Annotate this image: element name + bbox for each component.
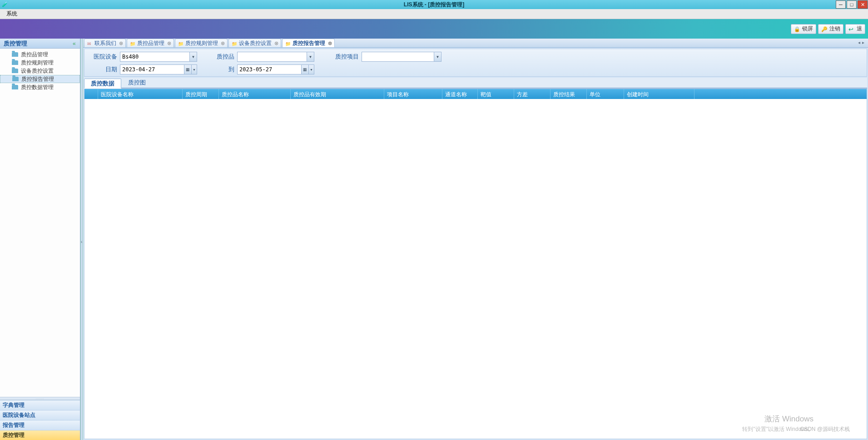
main-area: 联系我们⊗质控品管理⊗质控规则管理⊗设备质控设置⊗质控报告管理⊗ 医院设备 ▼ … (83, 39, 868, 440)
column-header[interactable]: 医院设备名称 (98, 89, 183, 99)
tab-label: 质控报告管理 (293, 40, 325, 47)
folder-icon (12, 85, 18, 89)
device-select[interactable] (120, 52, 197, 62)
data-grid: 医院设备名称质控周期质控品名称质控品有效期项目名称通道名称靶值方差质控结果单位创… (84, 89, 867, 439)
sidebar-title: 质控管理 (4, 40, 27, 48)
chevron-down-icon[interactable]: ▼ (308, 65, 314, 74)
body-split: 质控管理 « 质控品管理质控规则管理设备质控设置质控报告管理质控数据管理 ∙∙∙… (0, 39, 868, 440)
folder-icon (12, 60, 18, 65)
app-frame: 系统 锁屏 注销 退 质控管理 « 质控品管理质控规则管理设备质控设置质控报告管… (0, 9, 868, 440)
window-title: LIS系统 - [质控报告管理] (404, 1, 464, 9)
tab-label: 设备质控设置 (239, 40, 272, 47)
tab-qc-chart[interactable]: 质控图 (121, 78, 153, 88)
date-to-label: 到 (214, 65, 237, 74)
date-from-label: 日期 (88, 65, 120, 74)
menu-system[interactable]: 系统 (3, 9, 21, 19)
window-buttons: ─ □ ✕ (835, 0, 868, 9)
document-tab[interactable]: 质控品管理⊗ (127, 39, 174, 47)
sidebar-item-label: 质控报告管理 (21, 75, 54, 83)
column-header[interactable]: 质控周期 (183, 89, 219, 99)
close-button[interactable]: ✕ (858, 0, 868, 9)
lock-icon (794, 26, 800, 32)
document-tabs: 联系我们⊗质控品管理⊗质控规则管理⊗设备质控设置⊗质控报告管理⊗ (83, 39, 868, 48)
window-titlebar: 🧪 LIS系统 - [质控报告管理] ─ □ ✕ (0, 0, 868, 9)
column-header[interactable]: 项目名称 (384, 89, 442, 99)
ribbon-bar: 锁屏 注销 退 (0, 19, 868, 39)
mail-icon (87, 40, 93, 46)
sidebar-item[interactable]: 质控规则管理 (0, 59, 80, 67)
sidebar-splitter[interactable]: ∙∙∙∙∙∙∙ (0, 397, 80, 400)
folder-icon (130, 40, 135, 46)
sidebar: 质控管理 « 质控品管理质控规则管理设备质控设置质控报告管理质控数据管理 ∙∙∙… (0, 39, 80, 440)
sidebar-footer-item[interactable]: 报告管理 (0, 420, 80, 430)
folder-icon (178, 40, 184, 46)
folder-icon (12, 69, 18, 73)
sidebar-tree: 质控品管理质控规则管理设备质控设置质控报告管理质控数据管理 (0, 49, 80, 397)
tab-label: 质控品管理 (137, 40, 164, 47)
chevron-down-icon[interactable]: ▼ (434, 52, 441, 61)
sidebar-footer-item[interactable]: 医院设备站点 (0, 410, 80, 420)
document-tab[interactable]: 联系我们⊗ (84, 39, 126, 47)
sidebar-item[interactable]: 设备质控设置 (0, 67, 80, 75)
column-header[interactable]: 通道名称 (442, 89, 478, 99)
column-header[interactable]: 质控品有效期 (291, 89, 384, 99)
close-icon[interactable]: ⊗ (220, 40, 225, 46)
sidebar-footer-item[interactable]: 质控管理 (0, 430, 80, 440)
column-header[interactable] (84, 89, 98, 99)
menubar: 系统 (0, 9, 868, 19)
calendar-icon[interactable]: ▦ (301, 65, 308, 74)
sidebar-item[interactable]: 质控品管理 (0, 50, 80, 59)
exit-button[interactable]: 退 (845, 24, 865, 34)
close-icon[interactable]: ⊗ (327, 40, 332, 46)
sidebar-footer-item[interactable]: 字典管理 (0, 400, 80, 410)
qcitem-label: 质控品 (214, 53, 237, 61)
calendar-icon[interactable]: ▦ (184, 65, 191, 74)
document-tab[interactable]: 设备质控设置⊗ (228, 39, 281, 47)
close-icon[interactable]: ⊗ (273, 40, 279, 46)
lock-button[interactable]: 锁屏 (791, 24, 816, 34)
document-tab[interactable]: 质控报告管理⊗ (282, 39, 335, 47)
folder-icon (12, 52, 18, 57)
sidebar-header: 质控管理 « (0, 39, 80, 49)
sidebar-item[interactable]: 质控报告管理 (0, 75, 80, 83)
column-header[interactable]: 质控品名称 (219, 89, 291, 99)
logout-label: 注销 (829, 25, 840, 33)
lock-label: 锁屏 (802, 25, 813, 33)
inner-tabs: 质控数据 质控图 (84, 78, 867, 89)
sidebar-item-label: 质控品管理 (21, 51, 48, 59)
grid-header: 医院设备名称质控周期质控品名称质控品有效期项目名称通道名称靶值方差质控结果单位创… (84, 89, 867, 99)
column-header[interactable]: 创建时间 (624, 89, 694, 99)
close-icon[interactable]: ⊗ (166, 40, 172, 46)
chevron-down-icon[interactable]: ▼ (189, 52, 197, 61)
minimize-button[interactable]: ─ (836, 0, 846, 9)
tab-qc-data[interactable]: 质控数据 (84, 79, 121, 89)
folder-icon (12, 77, 19, 81)
exit-label: 退 (857, 25, 862, 33)
column-header[interactable]: 方差 (514, 89, 551, 99)
column-header[interactable]: 质控结果 (551, 89, 587, 99)
sidebar-item-label: 质控数据管理 (21, 84, 54, 91)
vertical-splitter[interactable] (80, 39, 83, 440)
exit-icon (848, 26, 855, 32)
chevron-down-icon[interactable]: ▼ (307, 52, 314, 61)
key-icon (821, 26, 828, 32)
maximize-button[interactable]: □ (847, 0, 857, 9)
tab-label: 联系我们 (94, 40, 116, 47)
column-header[interactable]: 靶值 (478, 89, 514, 99)
sidebar-item[interactable]: 质控数据管理 (0, 83, 80, 91)
column-header[interactable]: 单位 (587, 89, 624, 99)
folder-icon (232, 40, 237, 46)
app-icon: 🧪 (2, 1, 9, 8)
sidebar-collapse-icon[interactable]: « (73, 40, 78, 47)
filter-form: 医院设备 ▼ 质控品 ▼ 质控项目 ▼ 日期 ▦▼ 到 ▦▼ (84, 49, 867, 77)
close-icon[interactable]: ⊗ (118, 40, 124, 46)
tab-label: 质控规则管理 (185, 40, 218, 47)
device-label: 医院设备 (88, 53, 120, 61)
folder-icon (285, 40, 291, 46)
qcproject-select[interactable] (362, 52, 441, 62)
logout-button[interactable]: 注销 (818, 24, 843, 34)
qcitem-select[interactable] (237, 52, 314, 62)
document-tab[interactable]: 质控规则管理⊗ (175, 39, 228, 47)
sidebar-item-label: 质控规则管理 (21, 59, 54, 67)
chevron-down-icon[interactable]: ▼ (191, 65, 197, 74)
